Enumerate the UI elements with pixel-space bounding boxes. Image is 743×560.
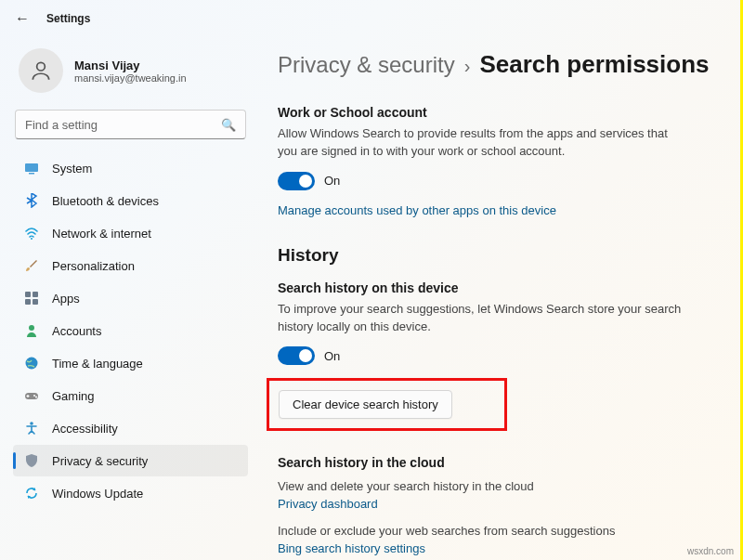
sidebar-item-label: Privacy & security [52, 454, 148, 468]
display-icon [24, 161, 39, 176]
bluetooth-icon [24, 193, 39, 208]
nav: System Bluetooth & devices Network & int… [13, 152, 248, 509]
watermark: wsxdn.com [687, 546, 734, 556]
sidebar-item-gaming[interactable]: Gaming [13, 380, 248, 411]
manage-accounts-link[interactable]: Manage accounts used by other apps on th… [278, 203, 556, 217]
update-icon [24, 486, 39, 501]
svg-point-8 [29, 325, 34, 331]
accessibility-icon [24, 421, 39, 436]
sidebar-item-update[interactable]: Windows Update [13, 477, 248, 509]
sidebar-item-label: Personalization [52, 259, 135, 273]
back-icon[interactable]: ← [15, 10, 30, 27]
svg-point-12 [35, 397, 37, 398]
titlebar: ← Settings [0, 0, 743, 37]
sidebar-item-label: Accessibility [52, 422, 118, 436]
work-account-toggle[interactable] [278, 172, 315, 190]
device-history-toggle[interactable] [278, 346, 315, 365]
sidebar-item-label: Accounts [52, 324, 101, 338]
sidebar-item-apps[interactable]: Apps [13, 282, 248, 314]
web-search-desc: Include or exclude your web searches fro… [278, 524, 717, 538]
toggle-label: On [324, 174, 340, 188]
sidebar-item-accessibility[interactable]: Accessibility [13, 412, 248, 444]
highlight-annotation: Clear device search history [267, 378, 507, 431]
sidebar-item-label: Gaming [52, 389, 95, 403]
sidebar-item-bluetooth[interactable]: Bluetooth & devices [13, 185, 248, 216]
svg-point-9 [26, 358, 38, 370]
page-title: Search permissions [479, 50, 709, 79]
svg-rect-2 [29, 173, 34, 175]
person-icon [29, 59, 53, 83]
svg-rect-6 [25, 299, 31, 305]
history-heading: History [278, 245, 717, 266]
accounts-icon [24, 323, 39, 338]
work-account-desc: Allow Windows Search to provide results … [278, 125, 686, 161]
cloud-history-title: Search history in the cloud [278, 455, 717, 470]
device-history-title: Search history on this device [278, 280, 717, 295]
sidebar-item-network[interactable]: Network & internet [13, 217, 248, 249]
sidebar-item-label: Windows Update [52, 487, 143, 501]
globe-icon [24, 356, 39, 371]
svg-rect-4 [25, 292, 31, 297]
app-title: Settings [46, 12, 90, 25]
sidebar-item-personalization[interactable]: Personalization [13, 250, 248, 281]
sidebar-item-privacy[interactable]: Privacy & security [13, 445, 248, 476]
cloud-history-desc: View and delete your search history in t… [278, 479, 717, 493]
breadcrumb: Privacy & security › Search permissions [278, 37, 717, 105]
user-name: Mansi Vijay [74, 59, 187, 72]
svg-rect-7 [33, 299, 38, 305]
toggle-label: On [324, 349, 340, 363]
svg-point-11 [33, 395, 35, 397]
search-input[interactable] [25, 118, 221, 132]
device-history-desc: To improve your search suggestions, let … [278, 301, 686, 336]
wifi-icon [24, 226, 39, 241]
search-box[interactable]: 🔍 [15, 110, 246, 139]
sidebar-item-label: Bluetooth & devices [52, 194, 159, 208]
apps-icon [24, 291, 39, 306]
user-block[interactable]: Mansi Vijay mansi.vijay@tweaking.in [13, 37, 248, 110]
main-content: Privacy & security › Search permissions … [255, 37, 743, 560]
svg-point-0 [37, 62, 46, 71]
svg-rect-5 [33, 292, 38, 297]
shield-icon [24, 453, 39, 468]
search-icon[interactable]: 🔍 [221, 118, 236, 132]
chevron-right-icon: › [464, 56, 471, 77]
user-email: mansi.vijay@tweaking.in [74, 72, 187, 84]
sidebar-item-label: Apps [52, 292, 80, 306]
sidebar-item-label: Time & language [52, 357, 143, 371]
sidebar-item-system[interactable]: System [13, 152, 248, 184]
bing-settings-link[interactable]: Bing search history settings [278, 541, 425, 555]
sidebar-item-time[interactable]: Time & language [13, 347, 248, 379]
work-account-title: Work or School account [278, 105, 717, 120]
sidebar-item-accounts[interactable]: Accounts [13, 315, 248, 346]
svg-rect-1 [25, 163, 38, 172]
avatar [19, 48, 63, 93]
sidebar-item-label: System [52, 162, 92, 176]
clear-history-button[interactable]: Clear device search history [279, 390, 452, 419]
gaming-icon [24, 388, 39, 403]
sidebar-item-label: Network & internet [52, 227, 151, 241]
sidebar: Mansi Vijay mansi.vijay@tweaking.in 🔍 Sy… [0, 37, 255, 560]
privacy-dashboard-link[interactable]: Privacy dashboard [278, 497, 378, 511]
breadcrumb-parent[interactable]: Privacy & security [278, 52, 455, 78]
svg-point-13 [30, 422, 33, 425]
svg-point-3 [31, 238, 33, 240]
brush-icon [24, 258, 39, 273]
